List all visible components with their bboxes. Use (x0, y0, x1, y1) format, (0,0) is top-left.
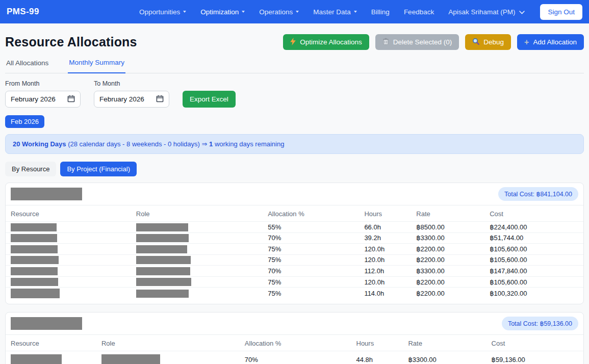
tab-all-allocations[interactable]: All Allocations (5, 59, 49, 73)
nav-item-optimization[interactable]: Optimization (200, 8, 245, 16)
nav-item-label: Master Data (313, 8, 351, 16)
col-allocation: Allocation % (240, 335, 351, 351)
allocation-cell: 75% (263, 244, 359, 255)
cost-cell: ฿59,136.00 (486, 351, 583, 364)
hours-cell: 66.0h (359, 222, 411, 233)
total-cost-badge: Total Cost: ฿841,104.00 (498, 187, 578, 201)
redacted-resource (11, 234, 57, 242)
col-allocation: Allocation % (263, 205, 359, 222)
caret-down-icon (296, 11, 299, 13)
remaining-days-count: 1 (209, 140, 213, 148)
calendar-icon[interactable] (67, 95, 75, 104)
month-badge: Feb 2026 (5, 115, 44, 128)
table-row: 70% 39.2h ฿3300.00 ฿51,744.00 (6, 232, 583, 244)
cost-cell: ฿105,600.00 (484, 276, 583, 288)
from-month-input[interactable]: February 2026 (5, 91, 81, 108)
cost-cell: ฿224,400.00 (484, 222, 583, 233)
top-navbar: PMS-99 Opportunities Optimization Operat… (0, 0, 589, 23)
debug-label: Debug (483, 38, 504, 46)
view-toggle: By Resource By Project (Financial) (5, 162, 584, 176)
rate-cell: ฿3300.00 (411, 266, 484, 277)
nav-item-feedback[interactable]: Feedback (404, 8, 434, 16)
allocation-cell: 70% (263, 266, 359, 277)
table-row: 55% 66.0h ฿8500.00 ฿224,400.00 (6, 222, 583, 233)
table-row: 75% 120.0h ฿2200.00 ฿105,600.00 (6, 254, 583, 266)
sign-out-button[interactable]: Sign Out (540, 4, 582, 20)
nav-item-label: Opportunities (139, 8, 180, 16)
project-card-header: Total Cost: ฿59,136.00 (6, 313, 583, 335)
allocation-table: Resource Role Allocation % Hours Rate Co… (6, 335, 583, 364)
nav-item-label: Operations (259, 8, 293, 16)
rate-cell: ฿2200.00 (411, 276, 484, 288)
calendar-icon[interactable] (156, 95, 164, 104)
magnifier-icon (472, 38, 479, 46)
optimize-allocations-button[interactable]: Optimize Allocations (283, 34, 369, 50)
project-card: Total Cost: ฿59,136.00 Resource Role All… (5, 312, 584, 364)
hours-cell: 112.0h (359, 266, 411, 277)
table-header-row: Resource Role Allocation % Hours Rate Co… (6, 205, 583, 222)
table-row: 70% 112.0h ฿3300.00 ฿147,840.00 (6, 266, 583, 277)
tab-monthly-summary[interactable]: Monthly Summary (68, 59, 125, 73)
add-allocation-button[interactable]: + Add Allocation (517, 34, 584, 50)
redacted-resource (11, 354, 62, 364)
to-month-input[interactable]: February 2026 (94, 91, 169, 108)
nav-item-operations[interactable]: Operations (259, 8, 299, 16)
delete-selected-button[interactable]: Delete Selected (0) (375, 34, 459, 50)
redacted-resource (11, 267, 58, 275)
hours-cell: 44.8h (351, 351, 403, 364)
table-row: 75% 120.0h ฿2200.00 ฿105,600.00 (6, 276, 583, 288)
project-card-header: Total Cost: ฿841,104.00 (6, 183, 583, 205)
app-brand[interactable]: PMS-99 (7, 7, 39, 17)
cost-cell: ฿105,600.00 (484, 244, 583, 255)
export-excel-button[interactable]: Export Excel (183, 91, 236, 108)
caret-down-icon (183, 11, 186, 13)
redacted-project-name (11, 188, 82, 200)
allocation-cell: 75% (263, 288, 359, 300)
lightning-bolt-icon (290, 38, 296, 47)
rate-cell: ฿3300.00 (411, 232, 484, 244)
month-filters: From Month February 2026 To Month Februa… (5, 80, 584, 108)
cost-cell: ฿100,320.00 (484, 288, 583, 300)
toggle-by-project-financial[interactable]: By Project (Financial) (60, 162, 137, 176)
redacted-role (136, 245, 187, 253)
nav-item-billing[interactable]: Billing (371, 8, 390, 16)
col-role: Role (96, 335, 240, 351)
col-rate: Rate (403, 335, 486, 351)
nav-item-opportunities[interactable]: Opportunities (139, 8, 186, 16)
project-card: Total Cost: ฿841,104.00 Resource Role Al… (5, 183, 584, 304)
hours-cell: 120.0h (359, 244, 411, 255)
redacted-project-name (11, 317, 82, 330)
table-row: 75% 120.0h ฿2200.00 ฿105,600.00 (6, 244, 583, 255)
nav-item-label: Feedback (404, 8, 434, 16)
page-title: Resource Allocations (5, 35, 137, 49)
col-resource: Resource (6, 335, 96, 351)
toggle-by-resource[interactable]: By Resource (5, 162, 56, 176)
col-role: Role (131, 205, 263, 222)
rate-cell: ฿3300.00 (403, 351, 486, 364)
user-name: Apisak Srihamat (PM) (448, 8, 515, 16)
col-resource: Resource (6, 205, 131, 222)
nav-links: Opportunities Optimization Operations Ma… (139, 4, 582, 20)
to-month-field: To Month February 2026 (94, 80, 169, 108)
delete-selected-label: Delete Selected (0) (393, 38, 452, 46)
allocation-cell: 70% (263, 232, 359, 244)
header-actions: Optimize Allocations Delete Selected (0)… (283, 34, 584, 50)
user-menu[interactable]: Apisak Srihamat (PM) (448, 8, 525, 16)
implies-arrow: ⇒ (201, 140, 207, 148)
to-month-label: To Month (94, 80, 169, 87)
rate-cell: ฿8500.00 (411, 222, 484, 233)
rate-cell: ฿2200.00 (411, 244, 484, 255)
debug-button[interactable]: Debug (465, 34, 511, 50)
from-month-field: From Month February 2026 (5, 80, 81, 108)
cost-cell: ฿105,600.00 (484, 254, 583, 266)
page-content: Resource Allocations Optimize Allocation… (0, 34, 589, 364)
nav-item-label: Billing (371, 8, 390, 16)
redacted-resource (11, 256, 59, 264)
nav-item-master-data[interactable]: Master Data (313, 8, 357, 16)
allocation-cell: 75% (263, 276, 359, 288)
col-cost: Cost (486, 335, 583, 351)
plus-icon: + (524, 38, 529, 46)
redacted-role (136, 256, 191, 264)
caret-down-icon (242, 11, 245, 13)
redacted-resource (11, 278, 58, 286)
